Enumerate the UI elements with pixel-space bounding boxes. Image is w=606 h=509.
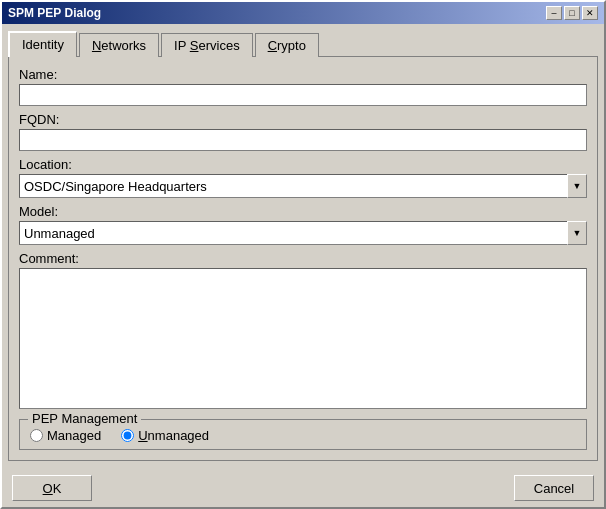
tab-bar: Identity Networks IP Services Crypto (8, 30, 598, 56)
location-select[interactable]: OSDC/Singapore Headquarters (19, 174, 587, 198)
unmanaged-radio[interactable] (121, 429, 134, 442)
model-field-group: Model: Unmanaged ▼ (19, 204, 587, 245)
pep-management-legend: PEP Management (28, 411, 141, 426)
tab-identity[interactable]: Identity (8, 31, 77, 57)
unmanaged-label-text: Unmanaged (138, 428, 209, 443)
close-button[interactable]: ✕ (582, 6, 598, 20)
fqdn-label: FQDN: (19, 112, 587, 127)
location-field-group: Location: OSDC/Singapore Headquarters ▼ (19, 157, 587, 198)
minimize-button[interactable]: – (546, 6, 562, 20)
dialog-buttons: OK Cancel (2, 467, 604, 507)
pep-management-group: PEP Management Managed Unmanaged (19, 419, 587, 450)
tab-ipservices-label: IP Services (174, 38, 240, 53)
tab-identity-label: Identity (22, 37, 64, 52)
tab-panel-identity: Name: FQDN: Location: OSDC/Singapore Hea… (8, 56, 598, 461)
managed-label-text: Managed (47, 428, 101, 443)
comment-field-group: Comment: (19, 251, 587, 409)
unmanaged-radio-label[interactable]: Unmanaged (121, 428, 209, 443)
name-field-group: Name: (19, 67, 587, 106)
managed-radio-label[interactable]: Managed (30, 428, 101, 443)
comment-label: Comment: (19, 251, 587, 266)
comment-textarea[interactable] (19, 268, 587, 409)
cancel-button[interactable]: Cancel (514, 475, 594, 501)
managed-radio[interactable] (30, 429, 43, 442)
ok-button[interactable]: OK (12, 475, 92, 501)
tab-networks[interactable]: Networks (79, 33, 159, 57)
name-label: Name: (19, 67, 587, 82)
model-select-wrapper: Unmanaged ▼ (19, 221, 587, 245)
fqdn-field-group: FQDN: (19, 112, 587, 151)
tab-crypto[interactable]: Crypto (255, 33, 319, 57)
dialog-content: Identity Networks IP Services Crypto Nam… (2, 24, 604, 467)
title-bar: SPM PEP Dialog – □ ✕ (2, 2, 604, 24)
radio-row: Managed Unmanaged (30, 428, 576, 443)
model-select[interactable]: Unmanaged (19, 221, 587, 245)
cancel-label: Cancel (534, 481, 574, 496)
tab-ipservices[interactable]: IP Services (161, 33, 253, 57)
model-label: Model: (19, 204, 587, 219)
ok-label: OK (43, 481, 62, 496)
location-label: Location: (19, 157, 587, 172)
dialog-window: SPM PEP Dialog – □ ✕ Identity Networks I… (0, 0, 606, 509)
name-input[interactable] (19, 84, 587, 106)
maximize-button[interactable]: □ (564, 6, 580, 20)
fqdn-input[interactable] (19, 129, 587, 151)
location-select-wrapper: OSDC/Singapore Headquarters ▼ (19, 174, 587, 198)
tab-crypto-label: Crypto (268, 38, 306, 53)
tab-networks-label: Networks (92, 38, 146, 53)
window-title: SPM PEP Dialog (8, 6, 101, 20)
title-bar-controls: – □ ✕ (546, 6, 598, 20)
